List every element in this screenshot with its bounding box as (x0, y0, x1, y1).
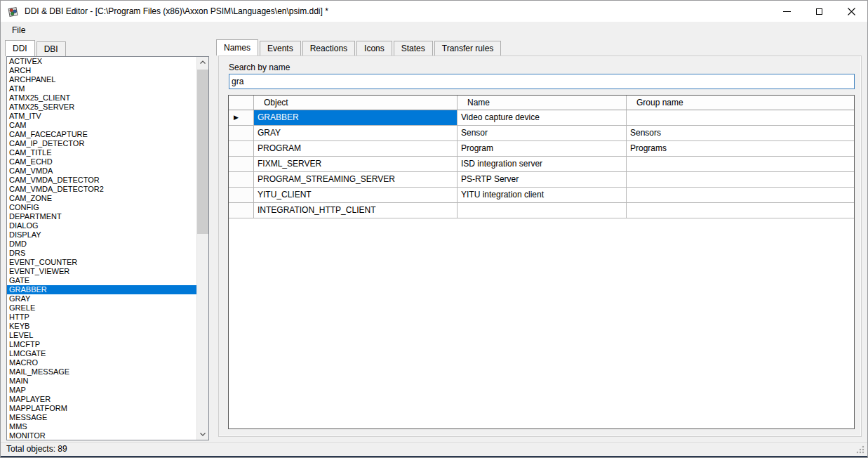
list-item[interactable]: CAM_ZONE (7, 194, 196, 203)
search-input[interactable] (229, 74, 855, 89)
list-item[interactable]: EVENT_COUNTER (7, 258, 196, 267)
menu-file[interactable]: File (7, 23, 30, 38)
list-item[interactable]: MONITOR (7, 431, 196, 440)
table-cell[interactable]: Program (458, 141, 627, 157)
table-cell[interactable] (458, 203, 627, 218)
list-item[interactable]: DIALOG (7, 221, 196, 230)
list-item[interactable]: GRAY (7, 294, 196, 303)
row-header[interactable] (229, 203, 254, 218)
list-item[interactable]: CAM_FACECAPTURE (7, 130, 196, 139)
table-cell[interactable]: PROGRAM (254, 141, 458, 157)
table-cell[interactable]: Sensors (627, 126, 854, 141)
list-item[interactable]: LMCGATE (7, 349, 196, 358)
list-item[interactable]: ARCH (7, 66, 196, 75)
menu-bar: File (1, 22, 867, 39)
list-item[interactable]: ATM_ITV (7, 112, 196, 121)
minimize-button[interactable] (770, 1, 803, 22)
list-item[interactable]: CAM_IP_DETECTOR (7, 139, 196, 148)
list-item[interactable]: CAM_VMDA_DETECTOR (7, 176, 196, 185)
tab-events[interactable]: Events (260, 41, 301, 55)
tab-names[interactable]: Names (216, 39, 258, 55)
row-header[interactable] (229, 188, 254, 203)
table-cell[interactable]: GRABBER (254, 110, 458, 126)
list-item[interactable]: MESSAGE (7, 413, 196, 422)
row-header[interactable]: ▶ (229, 110, 254, 126)
table-cell[interactable]: ISD integration server (458, 157, 627, 172)
list-item[interactable]: CONFIG (7, 203, 196, 212)
row-header[interactable] (229, 172, 254, 188)
list-item[interactable]: GRABBER (7, 285, 196, 294)
list-scrollbar[interactable] (196, 57, 208, 440)
list-item[interactable]: ATMX25_SERVER (7, 103, 196, 112)
table-cell[interactable]: GRAY (254, 126, 458, 141)
list-item[interactable]: EVENT_VIEWER (7, 267, 196, 276)
table-cell[interactable] (627, 188, 854, 203)
table-body: ▶GRABBERVideo capture deviceGRAYSensorSe… (229, 110, 854, 218)
tab-transfer-rules[interactable]: Transfer rules (434, 41, 502, 55)
table-cell[interactable]: Sensor (458, 126, 627, 141)
scroll-down-button[interactable] (197, 429, 208, 440)
list-item[interactable]: DISPLAY (7, 230, 196, 240)
tab-icons[interactable]: Icons (356, 41, 392, 55)
column-header-object[interactable]: Object (254, 96, 458, 110)
list-item[interactable]: ACTIVEX (7, 57, 196, 66)
list-item[interactable]: CAM_TITLE (7, 148, 196, 157)
table-cell[interactable]: YITU_CLIENT (254, 188, 458, 203)
list-item[interactable]: ARCHPANEL (7, 75, 196, 84)
names-table: ObjectNameGroup name ▶GRABBERVideo captu… (228, 95, 855, 429)
table-row: YITU_CLIENTYITU integration client (229, 188, 854, 203)
list-item[interactable]: DMD (7, 240, 196, 249)
list-item[interactable]: DRS (7, 249, 196, 258)
tab-reactions[interactable]: Reactions (302, 41, 355, 55)
list-item[interactable]: MAPLAYER (7, 395, 196, 404)
list-item[interactable]: CAM (7, 121, 196, 130)
scroll-up-button[interactable] (197, 57, 208, 67)
app-icon (7, 6, 19, 18)
resize-grip-icon[interactable] (856, 445, 864, 454)
left-ddi[interactable]: DDI (5, 40, 35, 56)
close-button[interactable] (835, 1, 867, 22)
table-cell[interactable]: YITU integration client (458, 188, 627, 203)
row-header[interactable] (229, 157, 254, 172)
list-item[interactable]: LMCFTP (7, 340, 196, 349)
table-cell[interactable]: Programs (627, 141, 854, 157)
list-item[interactable]: GRELE (7, 303, 196, 313)
table-cell[interactable] (627, 157, 854, 172)
table-cell[interactable]: PROGRAM_STREAMING_SERVER (254, 172, 458, 188)
list-item[interactable]: ATMX25_CLIENT (7, 93, 196, 103)
table-cell[interactable]: Video capture device (458, 110, 627, 126)
left-dbi[interactable]: DBI (36, 41, 66, 56)
tab-states[interactable]: States (394, 41, 433, 55)
table-corner-header[interactable] (229, 96, 254, 110)
list-item[interactable]: CAM_ECHD (7, 157, 196, 166)
close-icon (848, 8, 855, 15)
table-cell[interactable] (627, 110, 854, 126)
table-cell[interactable]: FIXML_SERVER (254, 157, 458, 172)
list-item[interactable]: MACRO (7, 358, 196, 367)
list-item[interactable]: ATM (7, 84, 196, 93)
scrollbar-thumb[interactable] (197, 70, 208, 234)
list-item[interactable]: HTTP (7, 313, 196, 322)
list-item[interactable]: MMS (7, 422, 196, 431)
column-header-name[interactable]: Name (458, 96, 627, 110)
list-item[interactable]: GATE (7, 276, 196, 285)
table-cell[interactable] (627, 203, 854, 218)
list-item[interactable]: CAM_VMDA_DETECTOR2 (7, 185, 196, 194)
list-item[interactable]: MAIN (7, 377, 196, 386)
row-header[interactable] (229, 141, 254, 157)
table-cell[interactable] (627, 172, 854, 188)
column-header-group-name[interactable]: Group name (627, 96, 854, 110)
list-item[interactable]: LEVEL (7, 331, 196, 340)
list-item[interactable]: MAIL_MESSAGE (7, 367, 196, 377)
table-row: PROGRAM_STREAMING_SERVERPS-RTP Server (229, 172, 854, 188)
list-item[interactable]: KEYB (7, 322, 196, 331)
list-item[interactable]: MAP (7, 386, 196, 395)
list-item[interactable]: CAM_VMDA (7, 166, 196, 176)
maximize-button[interactable] (803, 1, 835, 22)
table-row: PROGRAMProgramPrograms (229, 141, 854, 157)
list-item[interactable]: DEPARTMENT (7, 212, 196, 221)
row-header[interactable] (229, 126, 254, 141)
table-cell[interactable]: INTEGRATION_HTTP_CLIENT (254, 203, 458, 218)
table-cell[interactable]: PS-RTP Server (458, 172, 627, 188)
list-item[interactable]: MAPPLATFORM (7, 404, 196, 413)
